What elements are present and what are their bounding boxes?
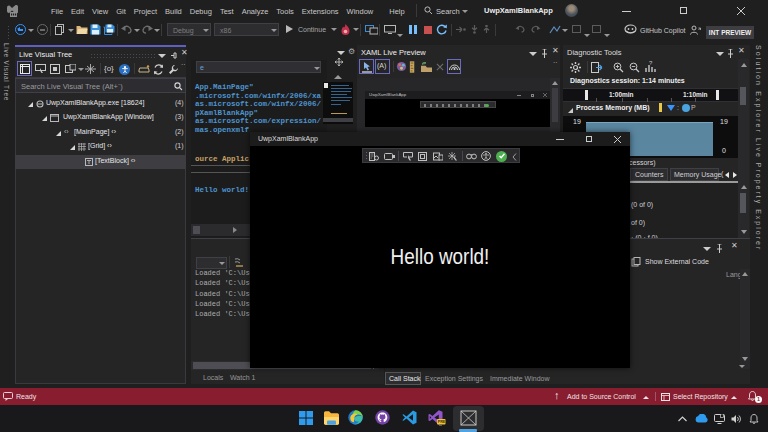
svg-text:PRE: PRE: [438, 420, 446, 424]
svg-text:?: ?: [649, 61, 653, 66]
